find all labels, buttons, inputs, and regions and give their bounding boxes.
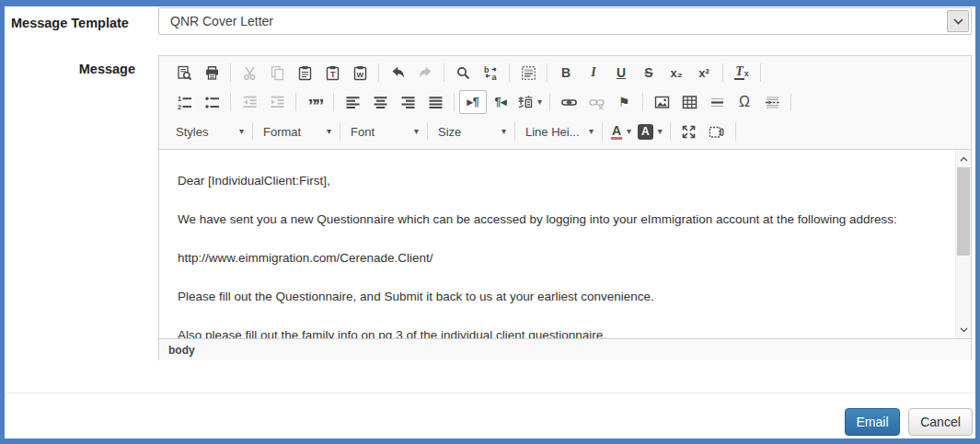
- link-button[interactable]: [555, 90, 582, 114]
- special-char-button[interactable]: Ω: [731, 90, 758, 114]
- bidi-rtl-button[interactable]: ¶◂: [487, 90, 514, 114]
- styles-combo[interactable]: Styles▾: [170, 120, 248, 143]
- replace-button[interactable]: ba: [477, 61, 504, 85]
- show-blocks-button[interactable]: [703, 120, 731, 143]
- bulleted-list-button[interactable]: [198, 90, 225, 114]
- cut-icon: [242, 65, 258, 81]
- font-combo[interactable]: Font▾: [345, 120, 422, 143]
- find-button[interactable]: [449, 61, 477, 85]
- line-height-combo-label: Line Hei...: [525, 125, 580, 139]
- toolbar-separator: [547, 63, 548, 82]
- underline-button[interactable]: U: [607, 61, 635, 85]
- copy-button: [263, 61, 291, 85]
- editor-content-area[interactable]: Dear [IndividualClient:First], We have s…: [159, 150, 971, 338]
- redo-button: [411, 61, 439, 85]
- toolbar-row-1: TWbaBIUSx₂x²Tx: [159, 58, 971, 87]
- styles-combo-label: Styles: [176, 125, 208, 139]
- scrollbar-thumb[interactable]: [957, 167, 970, 256]
- superscript-button[interactable]: x²: [690, 61, 718, 85]
- text-color-button[interactable]: A▾: [607, 120, 635, 143]
- svg-text:W: W: [356, 71, 363, 79]
- message-paragraph: Dear [IndividualClient:First],: [178, 172, 934, 190]
- svg-text:T: T: [330, 70, 336, 79]
- message-template-label: Message Template: [11, 16, 149, 30]
- print-button[interactable]: [198, 61, 225, 85]
- chevron-down-icon: ▾: [327, 127, 331, 136]
- table-button[interactable]: [675, 90, 703, 114]
- unlink-icon: [589, 95, 605, 110]
- page-break-button[interactable]: [758, 90, 786, 114]
- scroll-up-icon[interactable]: [956, 151, 971, 166]
- copy-icon: [270, 65, 285, 81]
- align-center-icon: [373, 95, 388, 110]
- maximize-button[interactable]: [675, 120, 703, 143]
- undo-button[interactable]: [384, 61, 411, 85]
- link-icon: [561, 95, 577, 110]
- bold-button[interactable]: B: [552, 61, 580, 85]
- outdent-icon: [242, 95, 258, 110]
- preview-button[interactable]: [170, 61, 198, 85]
- toolbar-separator: [514, 122, 515, 141]
- language-button[interactable]: ▾: [514, 90, 545, 114]
- numbered-list-button[interactable]: 12: [170, 90, 198, 114]
- toolbar-row-3: Styles▾Format▾Font▾Size▾Line Hei...▾A▾A▾: [159, 117, 971, 146]
- message-label: Message: [10, 62, 135, 76]
- align-right-button[interactable]: [394, 90, 421, 114]
- footer-divider: [5, 393, 975, 393]
- line-height-combo[interactable]: Line Hei...▾: [520, 120, 597, 143]
- paste-button[interactable]: [291, 61, 318, 85]
- email-button[interactable]: Email: [845, 408, 900, 436]
- message-paragraph: Please fill out the Questionnaire, and S…: [178, 288, 934, 306]
- numbered-list-icon: 12: [177, 95, 192, 110]
- align-right-icon: [400, 95, 416, 110]
- blockquote-button[interactable]: ””: [301, 90, 329, 114]
- cancel-button[interactable]: Cancel: [908, 408, 973, 436]
- chevron-down-icon: ▾: [414, 127, 419, 136]
- toolbar-separator: [602, 122, 603, 141]
- table-icon: [682, 95, 698, 110]
- message-template-select[interactable]: QNR Cover Letter: [158, 7, 972, 35]
- element-path-body[interactable]: body: [168, 344, 195, 357]
- bidi-ltr-icon: ▸¶: [467, 97, 478, 108]
- italic-button[interactable]: I: [580, 61, 607, 85]
- paste-text-button[interactable]: T: [318, 61, 346, 85]
- print-icon: [204, 65, 220, 81]
- align-left-button[interactable]: [339, 90, 366, 114]
- bg-color-button[interactable]: A▾: [635, 120, 665, 143]
- toolbar-separator: [509, 63, 510, 82]
- horizontal-rule-button[interactable]: [703, 90, 731, 114]
- indent-button: [263, 90, 291, 114]
- image-button[interactable]: [648, 90, 675, 114]
- toolbar-separator: [790, 93, 791, 111]
- paste-text-icon: T: [325, 65, 340, 81]
- align-center-button[interactable]: [366, 90, 394, 114]
- format-combo-label: Format: [263, 125, 301, 139]
- editor-scrollbar[interactable]: [955, 150, 971, 338]
- redo-icon: [418, 65, 433, 81]
- chevron-down-icon[interactable]: [947, 10, 969, 32]
- select-all-button[interactable]: [514, 61, 542, 85]
- toolbar-separator: [735, 122, 736, 141]
- subscript-icon: x₂: [670, 67, 682, 79]
- svg-text:2: 2: [178, 103, 181, 110]
- toolbar-separator: [295, 93, 296, 111]
- toolbar-separator: [230, 63, 231, 82]
- italic-icon: I: [591, 66, 595, 79]
- image-icon: [654, 95, 670, 110]
- anchor-button[interactable]: ⚑: [610, 90, 638, 114]
- size-combo[interactable]: Size▾: [432, 120, 510, 143]
- align-justify-button[interactable]: [421, 90, 449, 114]
- message-body[interactable]: Dear [IndividualClient:First], We have s…: [159, 150, 971, 338]
- bidi-ltr-button[interactable]: ▸¶: [459, 90, 487, 114]
- text-color-icon: A: [611, 124, 622, 140]
- special-char-icon: Ω: [739, 95, 750, 109]
- strike-button[interactable]: S: [635, 61, 663, 85]
- paste-word-button[interactable]: W: [346, 61, 374, 85]
- editor-toolbar: TWbaBIUSx₂x²Tx 12””▸¶¶◂▾⚑Ω Styles▾Format…: [159, 56, 971, 150]
- message-paragraph: We have sent you a new Questionnaire whi…: [178, 211, 934, 229]
- remove-format-button[interactable]: Tx: [728, 61, 755, 85]
- format-combo[interactable]: Format▾: [258, 120, 335, 143]
- subscript-button[interactable]: x₂: [663, 61, 690, 85]
- underline-icon: U: [617, 66, 626, 79]
- scroll-down-icon[interactable]: [956, 322, 971, 337]
